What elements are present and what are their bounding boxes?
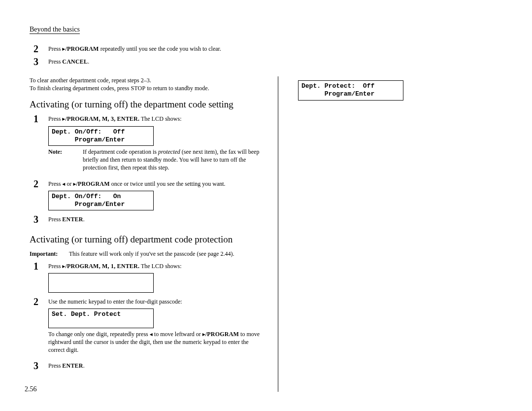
t: Press <box>48 45 62 52</box>
t: shows: <box>164 263 181 270</box>
t: . <box>88 58 89 65</box>
key-seq: /PROGRAM, M, 3, ENTER. <box>65 115 139 122</box>
t: To change only one digit, repeatedly pre… <box>48 331 150 338</box>
step-number: 3 <box>33 57 48 67</box>
step-text: Press ▸/PROGRAM repeatedly until you see… <box>48 45 502 53</box>
lcd-display-right: Dept. Protect: Off Program/Enter <box>298 80 403 101</box>
t: Press <box>48 216 62 223</box>
t: Press <box>48 115 62 122</box>
step-number: 1 <box>33 114 48 124</box>
note-block: Note: If department code operation is pr… <box>48 148 266 172</box>
sec1-step-2: 2 Press ◂ or ▸/PROGRAM once or twice unt… <box>33 180 266 213</box>
t: . <box>83 362 85 369</box>
document-page: Beyond the basics 2 Press ▸/PROGRAM repe… <box>0 0 532 411</box>
key-enter: ENTER <box>62 216 83 223</box>
page-number: 2.56 <box>25 385 37 393</box>
t: . <box>83 216 85 223</box>
t: Press <box>48 180 62 187</box>
sec1-step-3: 3 Press ENTER. <box>33 215 266 225</box>
lcd-word: LCD <box>152 115 164 122</box>
step-number: 2 <box>33 179 48 189</box>
step-text: Press CANCEL. <box>48 58 502 66</box>
lcd-display-empty <box>48 273 154 293</box>
heading-activate-protection: Activating (or turning off) department c… <box>30 234 266 245</box>
t: shows: <box>164 115 181 122</box>
step-text: Press ▸/PROGRAM, M, 3, ENTER. The LCD sh… <box>48 115 266 176</box>
sec2-step-2: 2 Use the numeric keypad to enter the fo… <box>33 298 266 359</box>
key-program: /PROGRAM <box>76 180 109 187</box>
two-column-area: To clear another department code, repeat… <box>30 76 502 392</box>
step-number: 2 <box>33 44 48 54</box>
sec2-step-3: 3 Press ENTER. <box>33 362 266 372</box>
t: If department code operation is <box>83 148 158 155</box>
important-label: Important: <box>30 250 69 258</box>
t: Use the numeric keypad to enter the four… <box>48 298 182 305</box>
t: Press <box>48 362 62 369</box>
t: The <box>139 263 151 270</box>
t: repeatedly until you see the code you wi… <box>99 45 221 52</box>
step-number: 3 <box>33 214 48 224</box>
note-label: Note: <box>48 148 83 172</box>
t: to move leftward or <box>153 331 202 338</box>
step-number: 3 <box>33 361 48 371</box>
t: to return to standby mode. <box>145 85 209 92</box>
key-stop: STOP <box>131 85 145 92</box>
step-text: Use the numeric keypad to enter the four… <box>48 298 266 359</box>
t: The <box>139 115 151 122</box>
step-text: Press ▸/PROGRAM, M, 1, ENTER. The LCD sh… <box>48 262 266 295</box>
t: Press <box>48 58 62 65</box>
key-seq: /PROGRAM, M, 1, ENTER. <box>65 263 139 270</box>
step-text: Press ENTER. <box>48 215 266 223</box>
sec1-step-1: 1 Press ▸/PROGRAM, M, 3, ENTER. The LCD … <box>33 115 266 176</box>
sec2-step-1: 1 Press ▸/PROGRAM, M, 1, ENTER. The LCD … <box>33 262 266 295</box>
key-program: /PROGRAM <box>205 331 239 338</box>
top-step-3: 3 Press CANCEL. <box>33 58 502 68</box>
step-text: Press ◂ or ▸/PROGRAM once or twice until… <box>48 180 266 213</box>
left-column: To clear another department code, repeat… <box>30 76 278 392</box>
important-text: This feature will work only if you've se… <box>69 250 266 258</box>
lcd-display: Set. Dept. Protect <box>48 308 154 328</box>
lcd-word: LCD <box>152 263 164 270</box>
t: or <box>65 180 73 187</box>
important-block: Important: This feature will work only i… <box>30 250 266 258</box>
digit-change-note: To change only one digit, repeatedly pre… <box>48 330 266 354</box>
lcd-display: Dept. On/Off: Off Program/Enter <box>48 126 154 146</box>
t: /PROGRAM <box>65 45 99 52</box>
key-enter: ENTER <box>62 362 83 369</box>
right-column: Dept. Protect: Off Program/Enter <box>278 76 475 103</box>
key-program: /PROGRAM <box>65 45 99 52</box>
italic-protected: protected <box>158 148 180 155</box>
key-cancel: CANCEL <box>62 58 88 65</box>
heading-activate-setting: Activating (or turning off) the departme… <box>30 99 266 110</box>
t: To finish clearing department codes, pre… <box>30 85 131 92</box>
lcd-display: Dept. On/Off: On Program/Enter <box>48 191 154 211</box>
note-text: If department code operation is protecte… <box>83 148 266 172</box>
t: To clear another department code, repeat… <box>30 77 151 84</box>
t: once or twice until you see the setting … <box>110 180 226 187</box>
step-number: 1 <box>33 261 48 271</box>
clear-paragraph: To clear another department code, repeat… <box>30 76 266 92</box>
step-text: Press ENTER. <box>48 362 266 370</box>
t: Press <box>48 263 62 270</box>
step-number: 2 <box>33 297 48 307</box>
top-step-2: 2 Press ▸/PROGRAM repeatedly until you s… <box>33 45 502 55</box>
running-header: Beyond the basics <box>30 26 80 34</box>
